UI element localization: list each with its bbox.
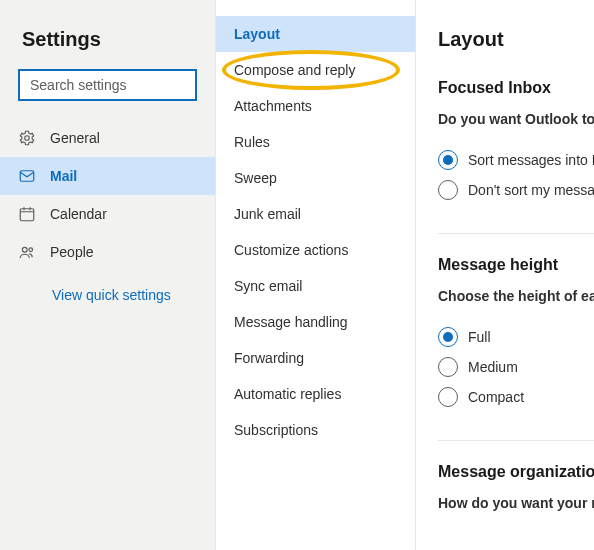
detail-pane: Layout Focused Inbox Do you want Outlook… [416,0,594,550]
mail-icon [18,167,36,185]
radio-icon [438,357,458,377]
radio-icon [438,150,458,170]
radio-medium[interactable]: Medium [438,352,594,382]
mail-subnav: Layout Compose and reply Attachments Rul… [216,0,416,550]
view-quick-settings-link[interactable]: View quick settings [0,271,215,303]
radio-full[interactable]: Full [438,322,594,352]
subnav-rules[interactable]: Rules [216,124,415,160]
settings-app: Settings General Mail Calendar [0,0,594,550]
subnav-layout[interactable]: Layout [216,16,415,52]
svg-point-0 [25,136,30,141]
gear-icon [18,129,36,147]
subnav-label: Subscriptions [234,422,318,438]
settings-sidebar: Settings General Mail Calendar [0,0,216,550]
sidebar-item-people[interactable]: People [0,233,215,271]
subnav-label: Rules [234,134,270,150]
focused-inbox-question: Do you want Outlook to [438,111,594,127]
subnav-label: Customize actions [234,242,348,258]
message-org-heading: Message organizatio [438,463,594,481]
sidebar-item-label: General [50,130,100,146]
message-height-radios: Full Medium Compact [438,322,594,412]
sidebar-item-label: People [50,244,94,260]
subnav-label: Junk email [234,206,301,222]
message-org-question: How do you want your m [438,495,594,511]
radio-label: Medium [468,359,518,375]
radio-icon [438,180,458,200]
subnav-sync-email[interactable]: Sync email [216,268,415,304]
radio-label: Full [468,329,491,345]
radio-icon [438,327,458,347]
calendar-icon [18,205,36,223]
subnav-subscriptions[interactable]: Subscriptions [216,412,415,448]
search-input[interactable] [18,69,197,101]
subnav-label: Attachments [234,98,312,114]
subnav-label: Sync email [234,278,302,294]
radio-dont-sort[interactable]: Don't sort my messag [438,175,594,205]
subnav-forwarding[interactable]: Forwarding [216,340,415,376]
focused-inbox-heading: Focused Inbox [438,79,594,97]
settings-title: Settings [0,0,215,69]
sidebar-item-label: Mail [50,168,77,184]
sidebar-item-general[interactable]: General [0,119,215,157]
subnav-label: Message handling [234,314,348,330]
people-icon [18,243,36,261]
subnav-message-handling[interactable]: Message handling [216,304,415,340]
radio-compact[interactable]: Compact [438,382,594,412]
sidebar-item-label: Calendar [50,206,107,222]
svg-rect-1 [20,171,34,182]
detail-title: Layout [438,28,594,51]
radio-icon [438,387,458,407]
search-wrap [0,69,215,119]
subnav-label: Compose and reply [234,62,355,78]
subnav-label: Automatic replies [234,386,341,402]
section-divider [438,440,594,441]
radio-sort-messages[interactable]: Sort messages into F [438,145,594,175]
svg-point-4 [29,248,33,252]
subnav-sweep[interactable]: Sweep [216,160,415,196]
sidebar-item-mail[interactable]: Mail [0,157,215,195]
subnav-automatic-replies[interactable]: Automatic replies [216,376,415,412]
radio-label: Compact [468,389,524,405]
subnav-label: Layout [234,26,280,42]
radio-label: Don't sort my messag [468,182,594,198]
focused-inbox-radios: Sort messages into F Don't sort my messa… [438,145,594,205]
subnav-customize-actions[interactable]: Customize actions [216,232,415,268]
subnav-label: Forwarding [234,350,304,366]
message-height-heading: Message height [438,256,594,274]
subnav-attachments[interactable]: Attachments [216,88,415,124]
subnav-compose-and-reply[interactable]: Compose and reply [216,52,415,88]
radio-label: Sort messages into F [468,152,594,168]
message-height-question: Choose the height of ea [438,288,594,304]
sidebar-item-calendar[interactable]: Calendar [0,195,215,233]
subnav-label: Sweep [234,170,277,186]
svg-point-3 [22,247,27,252]
svg-rect-2 [20,209,34,221]
subnav-junk-email[interactable]: Junk email [216,196,415,232]
section-divider [438,233,594,234]
